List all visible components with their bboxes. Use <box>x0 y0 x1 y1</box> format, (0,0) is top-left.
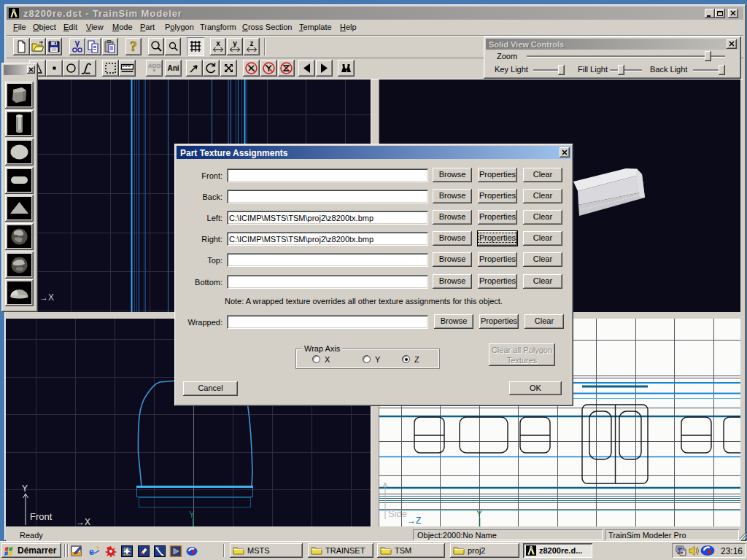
svg-text:Side: Side <box>388 508 407 519</box>
svg-text:→Z: →Z <box>407 516 421 526</box>
svg-text:Front: Front <box>30 511 53 522</box>
svg-text:x: x <box>216 39 220 47</box>
svg-text:Ani: Ani <box>167 64 179 72</box>
svg-text:Y: Y <box>22 483 28 494</box>
svg-text:?: ? <box>130 39 137 54</box>
svg-text:Y: Y <box>476 509 482 519</box>
svg-text:ADD: ADD <box>148 63 161 69</box>
svg-text:→X: →X <box>39 292 54 303</box>
svg-text:→X: →X <box>76 517 90 526</box>
svg-text:y: y <box>233 39 237 47</box>
svg-text:e: e <box>89 545 94 557</box>
svg-text:Y: Y <box>189 510 195 520</box>
svg-text:z: z <box>250 39 254 47</box>
